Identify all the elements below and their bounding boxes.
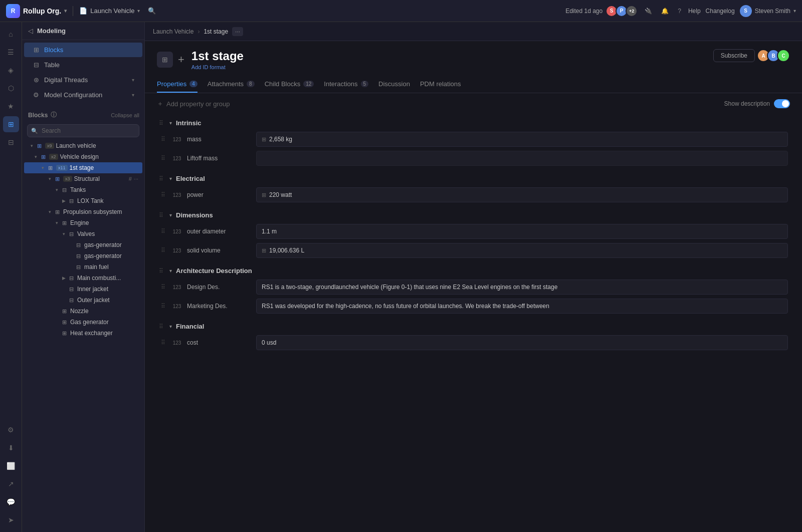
tab-properties-badge: 4	[189, 81, 197, 87]
strip-home-icon[interactable]: ⌂	[3, 26, 19, 42]
plugin-icon[interactable]: 🔌	[643, 6, 654, 17]
strip-list-icon[interactable]: ☰	[3, 44, 19, 60]
sidebar-search-input[interactable]	[27, 124, 139, 137]
prop-value-mass[interactable]: ⊞ 2,658 kg	[256, 132, 788, 147]
tree-item-propulsion-subsystem[interactable]: ▾ ⊞ Propulsion subsystem	[24, 206, 142, 217]
panel-title: Modeling	[37, 27, 66, 35]
blocks-info-icon[interactable]: ⓘ	[51, 111, 57, 119]
tab-pdm-relations-label: PDM relations	[420, 80, 461, 88]
strip-chat-icon[interactable]: 💬	[3, 494, 19, 510]
changelog-label[interactable]: Changelog	[706, 8, 735, 15]
page-type-icon[interactable]: ⊞	[157, 52, 173, 68]
prop-value-power[interactable]: ⊞ 220 watt	[256, 187, 788, 202]
topbar-doc-nav[interactable]: 📄 Launch Vehicle ▾	[79, 7, 140, 15]
nav-item-model-config[interactable]: ⚙ Model Configuration ▾	[24, 88, 142, 102]
strip-settings-icon[interactable]: ⚙	[3, 422, 19, 438]
tree-item-engine[interactable]: ▾ ⊞ Engine	[24, 217, 142, 228]
tree-item-main-fuel[interactable]: ⊟ main fuel	[24, 261, 142, 273]
tree-item-main-combustion[interactable]: ▶ ⊟ Main combusti...	[24, 273, 142, 284]
tree-item-gas-generator-3[interactable]: ⊞ Gas generator	[24, 317, 142, 328]
strip-modeling-icon[interactable]: ⊞	[3, 116, 19, 132]
tree-item-outer-jacket[interactable]: ⊟ Outer jacket	[24, 295, 142, 306]
app-logo[interactable]: R Rollup Org. ▾	[6, 4, 67, 18]
block-icon: ⊞	[46, 164, 54, 172]
topbar: R Rollup Org. ▾ 📄 Launch Vehicle ▾ 🔍 Edi…	[0, 0, 802, 22]
subscribe-button[interactable]: Subscribe	[713, 49, 755, 62]
add-property-button[interactable]: ＋ Add property or group	[157, 99, 230, 108]
strip-puzzle-icon[interactable]: ⬡	[3, 80, 19, 96]
prop-value-liftoff-mass[interactable]	[256, 151, 788, 166]
hash-icon[interactable]: #	[129, 176, 132, 182]
section-header-dimensions[interactable]: ⠿ ▾ Dimensions	[157, 208, 790, 222]
tree-label: Outer jacket	[77, 297, 138, 304]
strip-export-icon[interactable]: ↗	[3, 476, 19, 492]
prop-value-cost[interactable]: 0 usd	[256, 335, 788, 350]
app-chevron-icon[interactable]: ▾	[64, 8, 67, 14]
page-title-area: ⊞ + 1st stage Add ID format	[157, 49, 244, 70]
nav-item-blocks[interactable]: ⊞ Blocks	[24, 43, 142, 57]
tree-item-gas-generator-2[interactable]: ⊟ gas-generator	[24, 250, 142, 261]
help-icon[interactable]: ?	[676, 6, 683, 17]
tree-item-lox-tank[interactable]: ▶ ⊟ LOX Tank	[24, 195, 142, 206]
nav-config-icon: ⚙	[32, 91, 40, 99]
prop-value-text: 19,006.636 L	[269, 247, 304, 254]
value-link-icon: ⊞	[262, 247, 266, 254]
tab-interactions[interactable]: Interactions 5	[324, 76, 368, 93]
page-collaborators: A B C	[760, 49, 790, 62]
tree-item-structural[interactable]: ▾ ⊞ x3 Structural # ···	[24, 173, 142, 184]
prop-value-marketing-des[interactable]: RS1 was developed for the high-cadence, …	[256, 299, 788, 314]
help-label[interactable]: Help	[688, 8, 701, 15]
tree-item-gas-generator-1[interactable]: ⊟ gas-generator	[24, 239, 142, 250]
chevron-icon: ▾	[28, 143, 35, 148]
block-icon: ⊟	[74, 263, 82, 271]
notifications-icon[interactable]: 🔔	[659, 6, 671, 17]
tree-label: Main combusti...	[77, 275, 138, 282]
tab-discussion[interactable]: Discussion	[378, 76, 410, 93]
section-title-architecture-desc: Architecture Description	[176, 267, 252, 275]
prop-value-solid-volume[interactable]: ⊞ 19,006.636 L	[256, 243, 788, 258]
nav-item-table[interactable]: ⊟ Table	[24, 58, 142, 72]
bc-launch-vehicle[interactable]: Launch Vehicle	[153, 28, 193, 35]
bc-more-button[interactable]: ···	[232, 27, 243, 36]
tree-item-valves[interactable]: ▾ ⊟ Valves	[24, 228, 142, 239]
user-chevron-icon: ▾	[793, 8, 796, 14]
tree-item-vehicle-design[interactable]: ▾ ⊞ x2 Vehicle design	[24, 151, 142, 162]
tab-properties[interactable]: Properties 4	[157, 76, 197, 93]
strip-box-icon[interactable]: ⬜	[3, 458, 19, 474]
prop-value-outer-diameter[interactable]: 1.1 m	[256, 224, 788, 239]
tree-item-tanks[interactable]: ▾ ⊟ Tanks	[24, 184, 142, 195]
tree-item-launch-vehicle[interactable]: ▾ ⊞ x9 Launch vehicle	[24, 140, 142, 151]
prop-value-design-des[interactable]: RS1 is a two-stage, groundlaunched vehic…	[256, 280, 788, 295]
section-header-architecture-desc[interactable]: ⠿ ▾ Architecture Description	[157, 264, 790, 278]
tree-item-1st-stage[interactable]: ▾ ⊞ x11 1st stage	[24, 162, 142, 173]
user-name: Steven Smith	[755, 8, 790, 15]
icon-strip: ⌂ ☰ ◈ ⬡ ★ ⊞ ⊟ ⚙ ⬇ ⬜ ↗ 💬 ➤	[0, 22, 22, 532]
strip-layers-icon[interactable]: ⊟	[3, 134, 19, 150]
strip-send-icon[interactable]: ➤	[3, 512, 19, 528]
strip-star-icon[interactable]: ★	[3, 98, 19, 114]
nav-item-digital-threads[interactable]: ⊛ Digital Threads ▾	[24, 73, 142, 87]
section-financial: ⠿ ▾ Financial ⠿ 123 cost 0 usd	[157, 320, 790, 352]
section-header-financial[interactable]: ⠿ ▾ Financial	[157, 320, 790, 333]
panel-collapse-icon[interactable]: ◁	[28, 27, 33, 35]
block-icon: ⊟	[60, 186, 68, 194]
add-page-icon[interactable]: +	[178, 53, 184, 66]
more-icon[interactable]: ···	[134, 176, 138, 182]
tab-pdm-relations[interactable]: PDM relations	[420, 76, 461, 93]
section-header-intrinsic[interactable]: ⠿ ▾ Intrinsic	[157, 116, 790, 130]
tree-item-heat-exchanger[interactable]: ⊞ Heat exchanger	[24, 328, 142, 339]
tree-item-inner-jacket[interactable]: ⊟ Inner jacket	[24, 284, 142, 295]
tab-child-blocks[interactable]: Child Blocks 12	[265, 76, 314, 93]
user-menu[interactable]: S Steven Smith ▾	[740, 5, 796, 17]
global-search-button[interactable]: 🔍	[148, 7, 156, 15]
add-id-format-link[interactable]: Add ID format	[191, 64, 244, 70]
collapse-all-button[interactable]: Collapse all	[111, 112, 139, 118]
bc-current-page: 1st stage ···	[204, 27, 243, 36]
tree-item-nozzle[interactable]: ⊞ Nozzle	[24, 306, 142, 317]
doc-chevron-icon[interactable]: ▾	[137, 8, 140, 14]
show-description-toggle[interactable]	[774, 99, 790, 108]
strip-download-icon[interactable]: ⬇	[3, 440, 19, 456]
tab-attachments[interactable]: Attachments 8	[208, 76, 255, 93]
section-header-electrical[interactable]: ⠿ ▾ Electrical	[157, 172, 790, 185]
strip-graph-icon[interactable]: ◈	[3, 62, 19, 78]
